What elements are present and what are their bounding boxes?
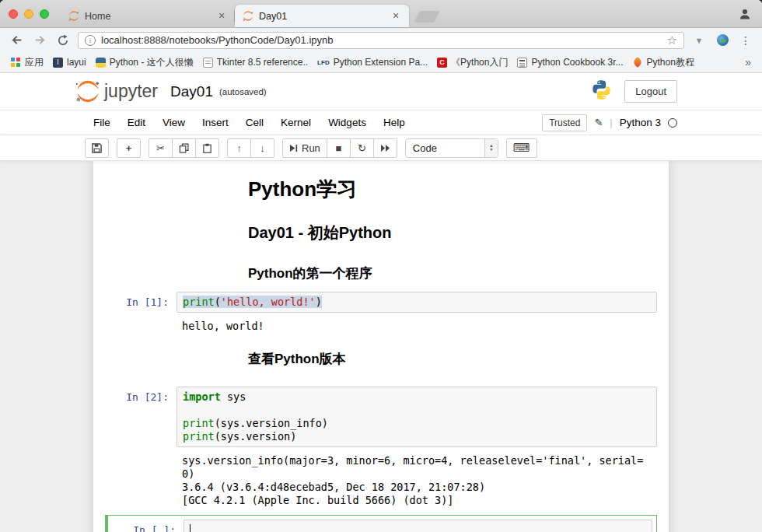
- menu-insert[interactable]: Insert: [194, 111, 237, 134]
- titlebar: Home × Day01 ×: [0, 0, 762, 28]
- code-editor[interactable]: [184, 520, 652, 532]
- markdown-cell-h1[interactable]: Python学习: [105, 169, 657, 212]
- bookmark-label: Python - 这个人很懒: [110, 56, 194, 69]
- run-button[interactable]: Run: [282, 138, 327, 158]
- tab-day01[interactable]: Day01 ×: [235, 5, 409, 27]
- copy-cell-button[interactable]: [172, 138, 196, 158]
- menu-cell[interactable]: Cell: [237, 111, 272, 134]
- notebook-title[interactable]: Day01: [170, 83, 213, 100]
- menu-help[interactable]: Help: [375, 111, 414, 134]
- move-cell-up-button[interactable]: ↑: [227, 138, 251, 158]
- page-info-icon[interactable]: i: [85, 35, 96, 46]
- tab-close-icon[interactable]: ×: [390, 10, 402, 23]
- output-text: sys.version_info(major=3, minor=6, micro…: [177, 451, 657, 510]
- code-editor[interactable]: import sys print(sys.version_info)print(…: [177, 387, 657, 447]
- address-bar[interactable]: i localhost:8888/notebooks/PythonCode/Da…: [78, 32, 684, 49]
- document-icon: [203, 58, 213, 68]
- trusted-badge[interactable]: Trusted: [542, 114, 587, 131]
- subsection-title: 查看Python版本: [248, 350, 346, 368]
- traffic-lights: [9, 9, 49, 19]
- fast-forward-icon: [380, 144, 390, 152]
- bookmark-python-tutorial[interactable]: Python教程: [628, 54, 699, 72]
- extension-globe-icon[interactable]: [714, 32, 731, 49]
- stop-button[interactable]: ■: [327, 138, 351, 158]
- markdown-cell-h3-first[interactable]: Python的第一个程序: [105, 250, 657, 288]
- close-window-button[interactable]: [9, 9, 18, 19]
- tab-strip: Home × Day01 ×: [61, 5, 437, 27]
- code-cell-2[interactable]: In [2]: import sys print(sys.version_inf…: [105, 383, 657, 451]
- minimize-window-button[interactable]: [24, 9, 33, 19]
- autosave-status: (autosaved): [219, 87, 267, 96]
- kernel-name[interactable]: Python 3: [620, 117, 661, 128]
- add-cell-button[interactable]: +: [117, 138, 141, 158]
- bookmark-label: 《Python入门: [451, 56, 508, 69]
- menu-view[interactable]: View: [154, 111, 194, 134]
- bookmark-tkinter[interactable]: Tkinter 8.5 reference..: [198, 54, 313, 70]
- forward-button[interactable]: [31, 32, 48, 49]
- menu-edit[interactable]: Edit: [119, 111, 154, 134]
- tab-label: Day01: [259, 11, 390, 22]
- url-text[interactable]: localhost:8888/notebooks/PythonCode/Day0…: [101, 34, 662, 46]
- jupyter-toolbar: + ✂ ↑ ↓ Run ■ ↻: [0, 135, 762, 161]
- command-palette-button[interactable]: ⌨: [506, 138, 537, 158]
- jupyter-header: jupyter Day01 (autosaved) Logout: [0, 73, 762, 110]
- jupyter-favicon: [68, 10, 80, 23]
- floppy-icon: [92, 143, 102, 153]
- notebook-page: Python学习 Day01 - 初始Python Python的第一个程序 I…: [93, 161, 669, 532]
- reload-button[interactable]: [54, 32, 72, 49]
- output-area-1: hello, world!: [105, 317, 657, 336]
- browser-menu-icon[interactable]: ⋮: [737, 32, 754, 49]
- bookmark-label: Python Extension Pa...: [334, 57, 428, 68]
- bookmark-layui[interactable]: l layui: [48, 54, 91, 70]
- new-tab-button[interactable]: [414, 11, 440, 23]
- cut-cell-button[interactable]: ✂: [149, 138, 173, 158]
- feather-icon: [633, 58, 643, 68]
- bookmark-apps[interactable]: 应用: [6, 54, 48, 72]
- select-arrows-icon: ▲ ▼: [484, 139, 498, 157]
- bookmarks-overflow-icon[interactable]: »: [740, 56, 756, 68]
- bookmark-cookbook[interactable]: Python Cookbook 3r...: [512, 54, 627, 70]
- tab-close-icon[interactable]: ×: [215, 10, 228, 23]
- bookmark-label: 应用: [25, 56, 44, 69]
- menu-widgets[interactable]: Widgets: [320, 111, 375, 134]
- markdown-cell-h3-second[interactable]: 查看Python版本: [105, 336, 657, 373]
- save-button[interactable]: [85, 138, 109, 158]
- code-cell-3-selected[interactable]: In [ ]:: [105, 515, 657, 532]
- notebook-scroll-area[interactable]: Python学习 Day01 - 初始Python Python的第一个程序 I…: [0, 161, 762, 532]
- paste-cell-button[interactable]: [195, 138, 219, 158]
- edit-mode-icon: ✎: [594, 117, 603, 128]
- markdown-cell-h2[interactable]: Day01 - 初始Python: [105, 212, 657, 250]
- subsection-title: Python的第一个程序: [248, 264, 372, 282]
- c-site-icon: C: [437, 58, 447, 68]
- profile-icon[interactable]: [739, 8, 751, 20]
- bookmark-python-blog[interactable]: Python - 这个人很懒: [91, 54, 198, 72]
- restart-run-all-button[interactable]: [373, 138, 397, 158]
- bookmark-star-icon[interactable]: ☆: [667, 33, 677, 47]
- extension-triangle-icon[interactable]: ▼: [690, 32, 708, 49]
- zoom-window-button[interactable]: [40, 9, 49, 19]
- jupyter-logo-text: jupyter: [104, 81, 158, 102]
- bookmark-label: Python Cookbook 3r...: [531, 57, 623, 68]
- jupyter-favicon: [242, 10, 254, 23]
- bookmark-label: Python教程: [647, 56, 694, 69]
- jupyter-logo[interactable]: jupyter: [74, 80, 158, 103]
- back-button[interactable]: [8, 32, 25, 49]
- code-editor[interactable]: print('hello, world!'): [177, 292, 657, 313]
- bookmark-python-rumen[interactable]: C 《Python入门: [432, 54, 512, 72]
- text-cursor: [190, 524, 190, 532]
- restart-kernel-button[interactable]: ↻: [350, 138, 374, 158]
- tab-home[interactable]: Home ×: [61, 5, 235, 27]
- page-title: Python学习: [248, 176, 357, 203]
- menu-file[interactable]: File: [85, 111, 119, 134]
- separator: |: [610, 117, 612, 128]
- menu-kernel[interactable]: Kernel: [272, 111, 320, 134]
- bookmark-label: layui: [67, 57, 86, 68]
- apps-grid-icon: [11, 58, 21, 68]
- logout-button[interactable]: Logout: [624, 80, 677, 103]
- bookmark-python-extension[interactable]: LFD Python Extension Pa...: [313, 54, 432, 70]
- cell-type-select[interactable]: Code ▲ ▼: [405, 138, 498, 158]
- move-cell-down-button[interactable]: ↓: [250, 138, 274, 158]
- input-prompt: In [2]:: [105, 387, 177, 447]
- section-title: Day01 - 初始Python: [248, 222, 391, 243]
- code-cell-1[interactable]: In [1]: print('hello, world!'): [105, 288, 657, 317]
